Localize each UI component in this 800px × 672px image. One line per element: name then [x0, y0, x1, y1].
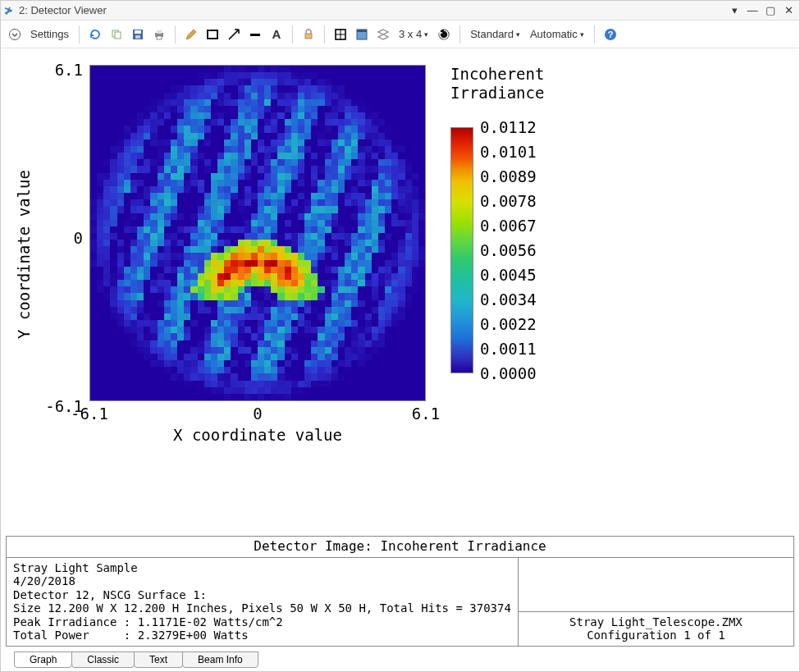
x-axis-ticks: -6.1 0 6.1 [89, 401, 426, 423]
print-icon[interactable] [150, 25, 168, 43]
colorbar-tick: 0.0034 [480, 290, 537, 309]
tab-graph[interactable]: Graph [14, 651, 72, 668]
toolbar: Settings A 3 x 4▾ Standard▾ Automa [1, 21, 799, 48]
colorbar-tick: 0.0078 [480, 192, 537, 210]
info-panel-title: Detector Image: Incoherent Irradiance [7, 537, 793, 557]
colorbar-tick: 0.0089 [480, 167, 537, 185]
x-tick: -6.1 [71, 405, 108, 423]
grid-size-button[interactable]: 3 x 4▾ [395, 28, 432, 40]
svg-rect-7 [157, 30, 162, 34]
automatic-dropdown[interactable]: Automatic▾ [527, 28, 587, 40]
layers-icon[interactable] [374, 25, 392, 43]
y-axis-ticks: 6.1 0 -6.1 [40, 57, 89, 452]
rectangle-tool-icon[interactable] [203, 25, 222, 43]
colorbar-tick: 0.0067 [480, 217, 537, 235]
standard-dropdown[interactable]: Standard▾ [467, 28, 523, 40]
svg-text:?: ? [607, 30, 613, 39]
colorbar-ticks: 0.01120.01010.00890.00780.00670.00560.00… [480, 127, 546, 373]
colorbar-tick: 0.0112 [480, 118, 537, 136]
tab-classic[interactable]: Classic [71, 651, 135, 668]
info-config: Stray Light_Telescope.ZMX Configuration … [519, 612, 793, 646]
svg-rect-11 [305, 34, 312, 39]
y-axis-label: Y coordinate value [7, 57, 40, 452]
minimize-icon[interactable]: — [745, 3, 760, 18]
svg-rect-9 [208, 30, 217, 39]
colorbar-tick: 0.0101 [480, 143, 537, 161]
line-weight-icon[interactable] [246, 25, 264, 43]
settings-button[interactable]: Settings [27, 28, 72, 40]
window-layout-icon[interactable] [353, 25, 371, 43]
reset-rotation-icon[interactable] [435, 25, 453, 43]
legend-title: Incoherent Irradiance [450, 65, 546, 103]
svg-rect-4 [135, 30, 141, 34]
expand-toggle-icon[interactable] [6, 25, 24, 43]
pencil-icon[interactable] [182, 25, 200, 43]
svg-rect-2 [115, 32, 121, 39]
info-right-empty [519, 558, 793, 612]
lock-icon[interactable] [299, 25, 318, 43]
heatmap-plot[interactable] [89, 65, 426, 401]
save-icon[interactable] [129, 25, 147, 43]
colorbar-tick: 0.0045 [480, 266, 537, 284]
copy-icon[interactable] [107, 25, 126, 43]
fit-window-icon[interactable] [331, 25, 350, 43]
svg-point-0 [10, 29, 21, 39]
colorbar-tick: 0.0011 [480, 340, 537, 358]
svg-rect-10 [250, 34, 260, 36]
svg-rect-14 [357, 30, 367, 32]
colorbar-legend: Incoherent Irradiance 0.01120.01010.0089… [450, 65, 546, 452]
svg-rect-8 [157, 36, 162, 39]
close-icon[interactable]: ✕ [781, 3, 796, 18]
svg-rect-5 [135, 35, 140, 39]
tab-text[interactable]: Text [134, 651, 183, 668]
dropdown-window-icon[interactable]: ▾ [727, 3, 742, 18]
x-tick: 0 [253, 405, 262, 423]
chevron-down-icon: ▾ [516, 30, 520, 39]
x-axis-label: X coordinate value [89, 423, 426, 452]
chevron-down-icon: ▾ [424, 30, 428, 39]
titlebar: ≯ 2: Detector Viewer ▾ — ▢ ✕ [1, 1, 799, 21]
app-icon: ≯ [4, 4, 16, 16]
bottom-tabs: GraphClassicTextBeam Info [1, 650, 799, 671]
window-index: 2: [19, 4, 28, 16]
arrow-tool-icon[interactable] [225, 25, 243, 43]
tab-beam-info[interactable]: Beam Info [182, 651, 258, 668]
window-title: Detector Viewer [30, 4, 106, 16]
text-tool-icon[interactable]: A [267, 25, 286, 43]
colorbar-tick: 0.0000 [480, 364, 537, 382]
maximize-icon[interactable]: ▢ [763, 3, 778, 18]
refresh-icon[interactable] [86, 25, 104, 43]
info-text: Stray Light Sample 4/20/2018 Detector 12… [7, 558, 519, 646]
chevron-down-icon: ▾ [580, 30, 584, 39]
colorbar [450, 127, 473, 373]
info-panel: Detector Image: Incoherent Irradiance St… [6, 536, 794, 647]
plot-area: Y coordinate value 6.1 0 -6.1 -6.1 0 6.1… [1, 48, 799, 533]
x-tick: 6.1 [412, 405, 440, 423]
colorbar-tick: 0.0056 [480, 241, 537, 259]
colorbar-tick: 0.0022 [480, 315, 537, 333]
y-tick: 6.1 [55, 61, 83, 79]
y-tick: 0 [74, 229, 83, 247]
help-icon[interactable]: ? [601, 25, 619, 43]
